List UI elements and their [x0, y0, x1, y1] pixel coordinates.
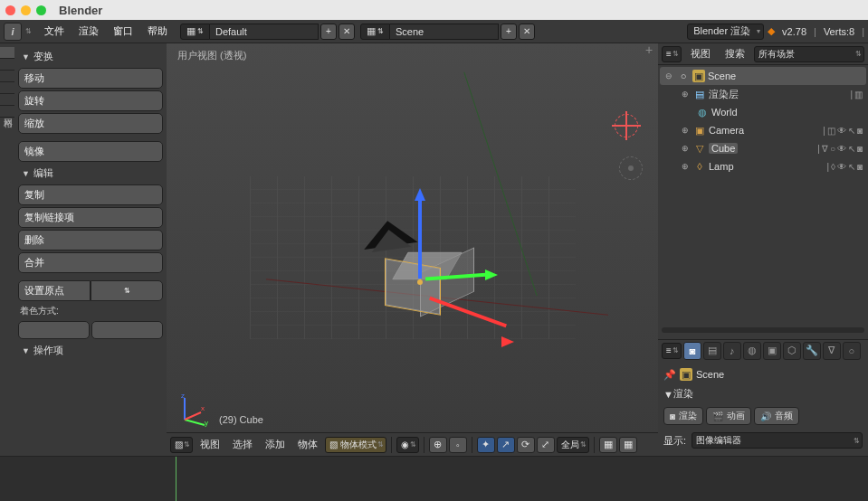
layout-name-field[interactable]: Default	[210, 24, 319, 40]
prop-tab-world[interactable]: ◍	[743, 342, 761, 360]
vp-menu-view[interactable]: 视图	[195, 438, 225, 451]
menu-help[interactable]: 帮助	[140, 20, 175, 43]
menu-file[interactable]: 文件	[37, 20, 72, 43]
display-dropdown[interactable]: 图像编辑器	[692, 432, 863, 449]
prop-tab-renderlayers[interactable]: ▤	[703, 342, 721, 360]
lamp-object[interactable]	[619, 156, 643, 180]
viewport-shading-dropdown[interactable]: ◉	[396, 437, 419, 453]
collapse-icon[interactable]: ⊖	[663, 71, 674, 80]
maximize-window-button[interactable]	[36, 5, 46, 15]
panel-transform-header[interactable]: ▼ 变换	[18, 47, 163, 66]
shading-smooth-button[interactable]	[18, 321, 90, 339]
vp-menu-object[interactable]: 物体	[292, 438, 323, 451]
prop-tab-scene[interactable]: ♪	[723, 342, 741, 360]
animation-button[interactable]: 🎬动画	[706, 407, 751, 425]
prop-tab-material[interactable]: ○	[843, 342, 861, 360]
tool-tab-bones[interactable]: 骨存	[0, 82, 14, 94]
3d-viewport[interactable]: 用户视图 (透视) + z y x	[167, 43, 658, 432]
expand-icon[interactable]: ⊕	[680, 126, 691, 135]
outliner-scrollbar[interactable]	[658, 325, 868, 339]
manipulate-center-button[interactable]: ◦	[449, 437, 467, 453]
cursor-icon[interactable]: ↖	[848, 162, 855, 172]
outliner-menu-search[interactable]: 搜索	[720, 47, 750, 61]
scene-delete-button[interactable]: ✕	[519, 24, 535, 40]
audio-button[interactable]: 🔊音频	[754, 407, 799, 425]
scale-button[interactable]: 缩放	[18, 113, 163, 134]
close-window-button[interactable]	[5, 5, 15, 15]
cursor-icon[interactable]: ↖	[848, 144, 855, 154]
transform-gizmo[interactable]	[420, 279, 422, 280]
prop-tab-constraints[interactable]: ⬡	[783, 342, 801, 360]
render-button[interactable]: ◙渲染	[663, 407, 703, 425]
layout-browse-button[interactable]: ▦⇅	[180, 24, 210, 40]
region-split-handle[interactable]: +	[645, 45, 656, 56]
3d-cursor[interactable]	[615, 114, 638, 137]
tool-tab-tools[interactable]: 工具	[0, 47, 14, 59]
delete-button[interactable]: 删除	[18, 230, 163, 250]
mode-dropdown[interactable]: ▧ 物体模式	[325, 437, 386, 453]
tree-row-lamp[interactable]: ⊕ ◊ Lamp |◊👁↖◙	[660, 157, 866, 175]
vp-menu-add[interactable]: 添加	[260, 438, 291, 451]
prop-tab-render[interactable]: ◙	[683, 342, 701, 360]
pivot-dropdown[interactable]: ⊕	[429, 437, 447, 453]
tool-tab-mesh[interactable]: 网格	[0, 106, 14, 118]
panel-history-header[interactable]: ▼ 操作项	[18, 341, 163, 360]
properties-editor-dropdown[interactable]: ≡	[662, 343, 682, 359]
expand-icon[interactable]: ⊕	[680, 90, 691, 99]
scene-browse-button[interactable]: ▦⇅	[360, 24, 390, 40]
scene-name-field[interactable]: Scene	[390, 24, 499, 40]
material-icon[interactable]: ○	[830, 144, 835, 154]
mesh-data-icon[interactable]: ∇	[822, 144, 828, 154]
set-origin-dropdown[interactable]: ⇅	[91, 280, 163, 301]
timeline-editor[interactable]	[0, 456, 868, 501]
menu-window[interactable]: 窗口	[106, 20, 140, 43]
render-icon[interactable]: ◙	[857, 126, 863, 136]
lamp-data-icon[interactable]: ◊	[831, 162, 835, 172]
scene-add-button[interactable]: +	[501, 24, 517, 40]
eye-icon[interactable]: 👁	[837, 126, 846, 136]
tree-row-scene[interactable]: ⊖ ○ ▣ Scene	[660, 67, 866, 85]
mirror-button[interactable]: 镜像	[18, 141, 163, 162]
rotate-manipulator-button[interactable]: ⟳	[517, 437, 535, 453]
tool-tab-create[interactable]: 创建	[0, 59, 14, 71]
outliner-editor-dropdown[interactable]: ≡	[662, 46, 682, 62]
tree-row-renderlayers[interactable]: ⊕ ▤ 渲染层 |▥	[660, 85, 866, 103]
tree-row-cube[interactable]: ⊕ ▽ Cube |∇○👁↖◙	[660, 139, 866, 157]
tree-row-camera[interactable]: ⊕ ▣ Camera |◫👁↖◙	[660, 121, 866, 139]
dropdown-icon[interactable]: ⇅	[25, 27, 32, 35]
info-editor-icon[interactable]: i	[4, 23, 22, 41]
render-layer-link-icon[interactable]: |	[850, 90, 853, 99]
pin-icon[interactable]: 📌	[663, 369, 676, 381]
layers-button-2[interactable]: ▦	[619, 437, 637, 453]
layers-button[interactable]: ▦	[599, 437, 617, 453]
render-icon[interactable]: ◙	[857, 162, 863, 172]
editor-type-dropdown[interactable]: ▨	[170, 437, 193, 453]
layout-delete-button[interactable]: ✕	[339, 24, 355, 40]
layout-add-button[interactable]: +	[320, 24, 337, 40]
render-icon[interactable]: ◙	[857, 144, 863, 154]
eye-icon[interactable]: 👁	[837, 162, 846, 172]
translate-manipulator-button[interactable]: ↗	[497, 437, 515, 453]
manipulator-toggle[interactable]: ✦	[477, 437, 495, 453]
menu-render[interactable]: 渲染	[72, 20, 106, 43]
render-section-header[interactable]: ▼ 渲染	[663, 384, 863, 403]
duplicate-button[interactable]: 复制	[18, 184, 163, 205]
tool-tab-physics[interactable]: 物理	[0, 94, 14, 106]
outliner-filter-dropdown[interactable]: 所有场景	[754, 46, 864, 62]
move-button[interactable]: 移动	[18, 68, 163, 89]
outliner-tree[interactable]: ⊖ ○ ▣ Scene ⊕ ▤ 渲染层 |▥ ◍ World ⊕ ▣ Camer…	[658, 65, 868, 325]
render-engine-dropdown[interactable]: Blender 渲染	[687, 24, 764, 40]
tool-tab-relations[interactable]: 关系	[0, 71, 14, 82]
camera-data-icon[interactable]: ◫	[827, 126, 835, 136]
orientation-dropdown[interactable]: 全局	[557, 437, 589, 453]
outliner-menu-view[interactable]: 视图	[685, 47, 716, 61]
join-button[interactable]: 合并	[18, 252, 163, 273]
scale-manipulator-button[interactable]: ⤢	[537, 437, 555, 453]
expand-icon[interactable]: ⊕	[680, 162, 691, 171]
tree-row-world[interactable]: ◍ World	[660, 103, 866, 121]
shading-flat-button[interactable]	[91, 321, 163, 339]
prop-tab-modifiers[interactable]: 🔧	[803, 342, 821, 360]
duplicate-linked-button[interactable]: 复制链接项	[18, 207, 163, 228]
prop-tab-object[interactable]: ▣	[763, 342, 781, 360]
eye-icon[interactable]: 👁	[837, 144, 846, 154]
